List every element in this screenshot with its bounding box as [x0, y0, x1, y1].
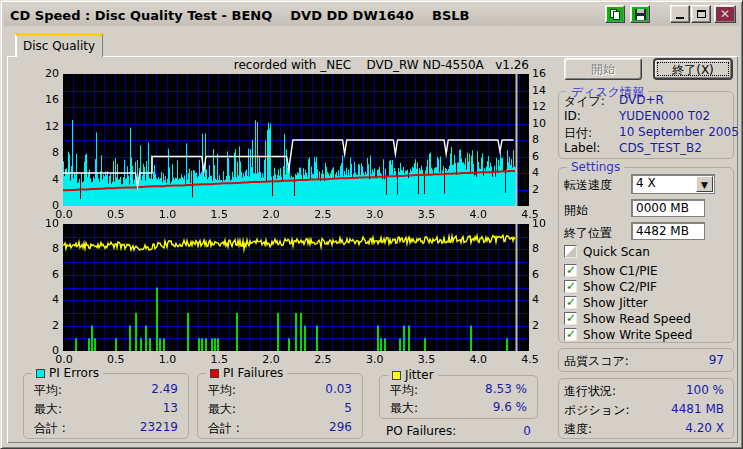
axis-tick-label: 2: [532, 183, 556, 196]
axis-tick-label: 6: [532, 268, 556, 281]
axis-tick-label: 2: [532, 319, 556, 332]
max-label: 最大:: [34, 402, 62, 416]
checkbox-box[interactable]: [564, 312, 577, 325]
axis-tick-label: 3.0: [362, 353, 388, 366]
checkbox-box[interactable]: [564, 296, 577, 309]
minimize-icon: [676, 17, 684, 19]
start-position-field[interactable]: 0000 MB: [631, 199, 705, 217]
close-button[interactable]: ✕: [714, 5, 736, 23]
axis-tick-label: 8: [532, 133, 556, 146]
checkbox-box[interactable]: [564, 328, 577, 341]
pi-errors-chart: [63, 74, 529, 206]
jitter-panel: Jitter 平均:8.53 % 最大:9.6 %: [379, 375, 538, 419]
disc-type-value: DVD+R: [619, 93, 664, 107]
position-label: ポジション:: [564, 402, 629, 419]
axis-tick-label: 2.0: [258, 208, 284, 221]
document-copy-icon: [610, 9, 620, 20]
axis-tick-label: 4.5: [517, 353, 543, 366]
axis-tick-label: 10: [532, 117, 556, 130]
chevron-down-icon[interactable]: ▼: [696, 176, 713, 192]
focus-rect: [657, 62, 729, 76]
axis-tick-label: 2.5: [310, 208, 336, 221]
axis-tick-label: 10: [35, 217, 59, 230]
axis-tick-label: 3.5: [413, 208, 439, 221]
axis-tick-label: 4: [532, 166, 556, 179]
disc-date-value: 10 September 2005: [619, 125, 739, 139]
total-label: 合計 :: [208, 421, 240, 435]
po-failures-value: 0: [523, 424, 531, 438]
avg-label: 平均:: [34, 383, 62, 397]
axis-tick-label: 6: [532, 150, 556, 163]
pi-failures-title: PI Failures: [223, 366, 283, 380]
axis-tick-label: 4.0: [465, 208, 491, 221]
avg-label: 平均:: [208, 383, 236, 397]
axis-tick-label: 4: [35, 173, 59, 186]
end-position-field[interactable]: 4482 MB: [631, 222, 705, 240]
settings-title: Settings: [567, 160, 624, 174]
tab-disc-quality[interactable]: Disc Quality: [15, 33, 103, 57]
pi-errors-panel-title: PI Errors: [32, 366, 103, 380]
axis-tick-label: 4: [532, 293, 556, 306]
axis-tick-label: 10: [532, 217, 556, 230]
end-position-label: 終了位置: [564, 225, 612, 242]
pi-failures-legend-swatch: [210, 369, 219, 378]
start-position-value: 0000 MB: [636, 201, 689, 215]
disc-id-value: YUDEN000 T02: [619, 109, 710, 123]
close-icon: ✕: [720, 7, 730, 21]
axis-tick-label: 8: [532, 242, 556, 255]
recorded-with-label: recorded with _NEC DVD_RW ND-4550A v1.26: [129, 58, 529, 72]
floppy-disk-icon: [635, 9, 646, 20]
start-position-label: 開始: [564, 202, 588, 219]
avg-label: 平均:: [390, 383, 418, 397]
checkbox-label: Show Write Speed: [583, 328, 692, 342]
axis-tick-label: 3.0: [362, 208, 388, 221]
total-label: 合計 :: [34, 421, 66, 435]
disc-type-label: タイプ:: [564, 93, 605, 110]
checkbox-box[interactable]: [564, 264, 577, 277]
jitter-avg: 8.53 %: [485, 382, 527, 396]
pi-failures-panel: PI Failures 平均:0.03 最大:5 合計 :296: [197, 373, 363, 439]
start-button-label: 開始: [591, 62, 615, 76]
progress-value: 100 %: [621, 383, 724, 397]
checkbox-box[interactable]: [564, 245, 577, 258]
save-icon[interactable]: [630, 5, 650, 23]
axis-tick-label: 14: [532, 84, 556, 97]
pi-errors-avg: 2.49: [151, 382, 178, 396]
disc-label-value: CDS_TEST_B2: [619, 141, 702, 155]
axis-tick-label: 16: [532, 67, 556, 80]
pi-failures-max: 5: [344, 401, 352, 415]
copy-icon[interactable]: [605, 5, 625, 23]
axis-tick-label: 8: [35, 242, 59, 255]
start-button[interactable]: 開始: [564, 58, 642, 80]
quality-score-value: 97: [641, 353, 724, 367]
pi-errors-panel: PI Errors 平均:2.49 最大:13 合計 :23219: [23, 373, 189, 439]
axis-tick-label: 4: [35, 293, 59, 306]
axis-tick-label: 1.0: [155, 208, 181, 221]
axis-tick-label: 1.5: [206, 353, 232, 366]
pi-failures-total: 296: [329, 420, 352, 434]
speed-value: 4.20 X: [621, 421, 724, 435]
progress-label: 進行状況:: [564, 383, 616, 400]
axis-tick-label: 3.5: [413, 353, 439, 366]
axis-tick-label: 2: [35, 319, 59, 332]
checkbox-label: Show C2/PIF: [583, 280, 657, 294]
max-label: 最大:: [208, 402, 236, 416]
disc-id-label: ID:: [564, 109, 581, 123]
maximize-icon: [697, 10, 706, 18]
checkbox-label: Quick Scan: [583, 245, 650, 259]
pi-failures-panel-title: PI Failures: [206, 366, 287, 380]
exit-button[interactable]: 終了(X): [653, 58, 733, 80]
position-value: 4481 MB: [621, 402, 724, 416]
disc-date-label: 日付:: [564, 125, 592, 142]
maximize-button[interactable]: [691, 5, 711, 23]
minimize-button[interactable]: [670, 5, 690, 23]
axis-tick-label: 1.5: [206, 208, 232, 221]
pi-errors-legend-swatch: [36, 369, 45, 378]
axis-tick-label: 12: [35, 120, 59, 133]
axis-tick-label: 2.5: [310, 353, 336, 366]
axis-tick-label: 4.0: [465, 353, 491, 366]
transfer-speed-value: 4 X: [636, 176, 656, 190]
speed-label: 速度:: [564, 421, 592, 438]
checkbox-box[interactable]: [564, 280, 577, 293]
transfer-speed-select[interactable]: 4 X ▼: [631, 174, 715, 194]
